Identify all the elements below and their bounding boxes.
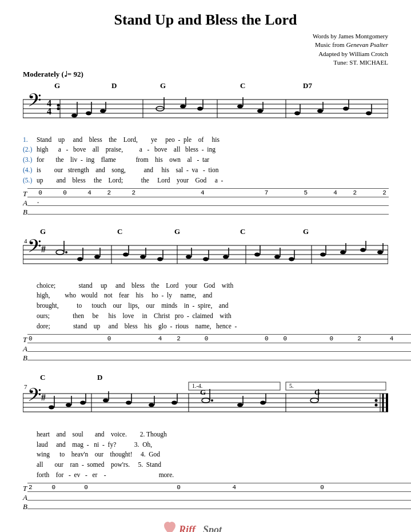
svg-point-43 — [366, 111, 372, 115]
credits-line2: Music from Genevan Psalter — [23, 41, 388, 49]
staff-3: 7 C D 1.-4. G 5. G 𝄢 # — [23, 372, 388, 428]
tempo-bpm: ♩= 92 — [64, 70, 81, 78]
tab3-t-label: T — [23, 484, 27, 493]
svg-point-120 — [375, 403, 378, 406]
tab3-b-label: B — [23, 502, 27, 511]
section-1: Moderately (♩= 92) G D G C D7 𝄢 4 4 — [23, 70, 388, 217]
svg-point-85 — [274, 255, 280, 259]
svg-point-91 — [340, 250, 346, 254]
lyric-line-1-5: (5.) up and bless the Lord; the Lord you… — [23, 176, 388, 186]
svg-point-23 — [86, 111, 91, 115]
tab-t-label: T — [23, 189, 27, 198]
tab-2-b-string — [27, 351, 411, 360]
svg-text:𝄢: 𝄢 — [27, 90, 41, 114]
svg-point-140 — [237, 403, 243, 407]
svg-point-25 — [100, 109, 106, 113]
tab-2-t-string: 0 0 4 2 0 0 0 0 2 4 4 — [27, 334, 411, 343]
svg-text:D: D — [97, 373, 102, 382]
svg-point-75 — [157, 257, 163, 261]
lyric-line-2-3: brought, to touch our lips, our minds in… — [23, 301, 388, 311]
tab-3-b-string — [27, 500, 411, 509]
svg-point-73 — [140, 255, 146, 259]
svg-point-142 — [260, 400, 266, 404]
tab3-a-label: A — [23, 493, 27, 502]
svg-point-138 — [211, 399, 213, 402]
svg-point-89 — [320, 252, 326, 256]
svg-text:#: # — [41, 244, 46, 254]
section-2: 4 G C G C G 𝄢 # — [23, 226, 388, 363]
svg-point-64 — [56, 250, 64, 255]
svg-point-125 — [66, 403, 71, 407]
tab-1-t-string: 0 0 4 2 2 4 7 5 4 2 2 — [27, 188, 389, 197]
lyrics-3: heart and soul and voice. 2. Though laud… — [23, 430, 388, 481]
svg-text:G: G — [54, 81, 60, 90]
svg-text:Spot: Spot — [203, 524, 222, 532]
lyric-line-3-4: all our ran - somed pow'rs. 5. Stand — [23, 460, 388, 470]
svg-text:G: G — [40, 227, 46, 236]
credits-line1: Words by James Montgomery — [23, 32, 388, 41]
tab-b-label: B — [23, 208, 27, 217]
tab2-t-label: T — [23, 335, 27, 344]
lyric-line-2-4: ours; then be his love in Christ pro - c… — [23, 311, 388, 321]
lyric-line-1-3: (3.) for the liv - ing flame from his ow… — [23, 155, 388, 165]
lyric-line-3-3: wing to heav'n our thought! 4. God — [23, 450, 388, 460]
lyric-line-1-4: (4.) is our strength and song, and his s… — [23, 165, 388, 176]
svg-text:G: G — [314, 388, 320, 396]
svg-text:𝄢: 𝄢 — [27, 236, 41, 260]
tempo-label: Moderately — [23, 70, 59, 78]
page: Stand Up and Bless the Lord Words by Jam… — [0, 0, 411, 532]
svg-point-39 — [317, 109, 323, 113]
svg-point-123 — [49, 405, 54, 409]
svg-text:G: G — [200, 388, 206, 396]
svg-text:G: G — [303, 227, 309, 236]
svg-point-67 — [77, 257, 83, 261]
svg-text:G: G — [174, 227, 180, 236]
svg-point-93 — [360, 248, 366, 252]
svg-point-31 — [197, 106, 203, 110]
tab-1-b-string — [27, 205, 389, 215]
svg-point-83 — [254, 252, 260, 256]
svg-point-119 — [375, 399, 378, 402]
tab-3: T A B 2 0 0 0 4 0 0 1 — [23, 483, 388, 511]
tab2-a-label: A — [23, 344, 27, 354]
section-3: 7 C D 1.-4. G 5. G 𝄢 # — [23, 372, 388, 511]
tab2-b-label: B — [23, 354, 27, 363]
svg-point-95 — [377, 250, 383, 254]
svg-text:C: C — [117, 227, 122, 236]
svg-text:C: C — [240, 227, 245, 236]
svg-point-29 — [180, 104, 186, 108]
svg-point-37 — [294, 111, 300, 115]
tempo: Moderately (♩= 92) — [23, 70, 388, 79]
tab-3-t-string: 2 0 0 0 4 0 0 1 — [27, 483, 411, 491]
svg-point-79 — [203, 257, 209, 261]
credits-line3: Adapted by William Crotch — [23, 50, 388, 58]
svg-point-133 — [149, 403, 154, 407]
tab-1-a-string: . — [27, 197, 389, 205]
svg-text:C: C — [240, 81, 245, 90]
lyric-line-1-1: 1. Stand up and bless the Lord, ye peo -… — [23, 135, 388, 145]
svg-point-33 — [237, 104, 243, 108]
svg-point-65 — [65, 251, 67, 253]
lyric-line-3-1: heart and soul and voice. 2. Though — [23, 430, 388, 440]
svg-point-137 — [202, 398, 210, 403]
tab-3-a-string — [27, 491, 411, 500]
staff-2: 4 G C G C G 𝄢 # — [23, 226, 388, 280]
lyric-line-3-5: forth for - ev - er - more. — [23, 470, 388, 481]
tab-2: T A B 0 0 4 2 0 0 0 0 2 4 4 — [23, 334, 388, 363]
svg-point-71 — [123, 252, 129, 256]
svg-rect-103 — [286, 382, 386, 390]
svg-point-21 — [71, 113, 77, 117]
lyric-line-2-5: dore; stand up and bless his glo - rious… — [23, 321, 388, 332]
svg-text:C: C — [40, 373, 45, 382]
lyric-line-2-1: choice; stand up and bless the Lord your… — [23, 281, 388, 291]
svg-point-87 — [289, 257, 294, 261]
lyrics-1: 1. Stand up and bless the Lord, ye peo -… — [23, 135, 388, 186]
watermark: Riff Spot — [23, 521, 388, 532]
svg-point-81 — [223, 255, 229, 259]
svg-point-127 — [80, 400, 86, 404]
svg-point-131 — [126, 400, 131, 404]
svg-point-77 — [186, 255, 191, 259]
tab-a-label: A — [23, 198, 27, 208]
staff-1: G D G C D7 𝄢 4 4 — [23, 80, 388, 134]
svg-text:𝄢: 𝄢 — [27, 385, 41, 409]
